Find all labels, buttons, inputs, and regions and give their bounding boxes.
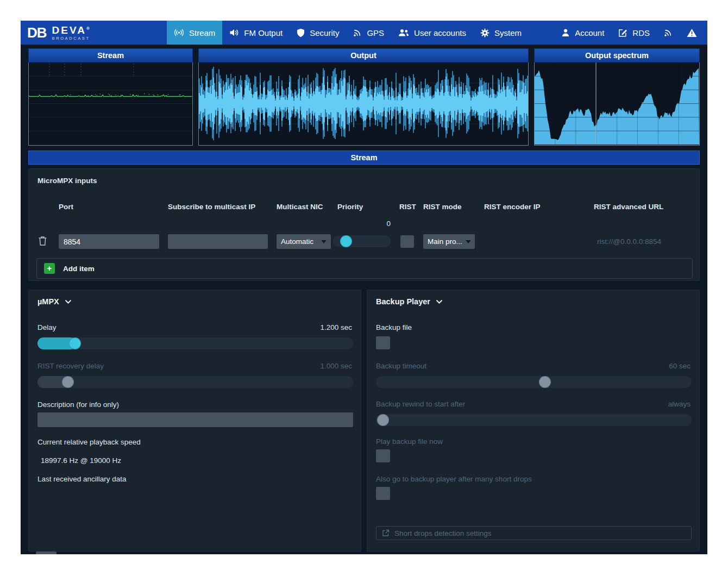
multicast-nic-selected: Automatic bbox=[281, 237, 313, 246]
multicast-nic-select[interactable]: Automatic bbox=[277, 234, 331, 249]
gear-icon bbox=[480, 28, 489, 37]
short-drops-settings-button[interactable]: Short drops detection settings bbox=[376, 526, 692, 540]
chevron-down-icon bbox=[321, 240, 327, 243]
backup-rewind-label: Backup rewind to start after bbox=[376, 400, 465, 408]
nav-account-label: Account bbox=[575, 28, 604, 37]
output-chart-title: Output bbox=[198, 48, 529, 62]
nav-rds-label: RDS bbox=[632, 28, 650, 37]
brand-logo[interactable]: DB DEVA® BROADCAST bbox=[21, 21, 167, 45]
col-header-rist-mode: RIST mode bbox=[423, 203, 462, 211]
stream-chart-title: Stream bbox=[28, 48, 193, 62]
satellite-dish-icon bbox=[353, 28, 362, 37]
backup-timeout-value: 60 sec bbox=[669, 362, 691, 370]
col-header-rist: RIST bbox=[399, 203, 416, 211]
trash-icon bbox=[38, 236, 47, 246]
rist-recovery-delay-slider[interactable] bbox=[37, 376, 353, 388]
port-input[interactable] bbox=[59, 234, 159, 249]
nav-rds-button[interactable]: RDS bbox=[611, 21, 657, 45]
col-header-rist-advanced-url: RIST advanced URL bbox=[594, 203, 663, 211]
short-drops-checkbox[interactable] bbox=[376, 487, 390, 500]
external-link-icon bbox=[382, 529, 390, 537]
delay-slider[interactable] bbox=[37, 337, 353, 349]
nav-tab-gps[interactable]: GPS bbox=[346, 21, 391, 45]
nav-tab-user-accounts[interactable]: User accounts bbox=[391, 21, 473, 45]
rist-recovery-delay-value: 1.000 sec bbox=[320, 362, 352, 370]
broadcast-icon bbox=[174, 28, 184, 37]
nav-antenna-button[interactable] bbox=[657, 21, 680, 45]
nav-tab-security[interactable]: Security bbox=[290, 21, 346, 45]
brand-text: DEVA® BROADCAST bbox=[52, 25, 90, 41]
edit-icon bbox=[618, 28, 627, 37]
playback-speed-value: 18997.6 Hz @ 19000 Hz bbox=[41, 456, 121, 465]
shield-icon bbox=[297, 28, 305, 37]
page: DB DEVA® BROADCAST Stream FM Output Secu… bbox=[0, 0, 728, 576]
play-backup-now-label: Play backup file now bbox=[376, 437, 443, 446]
stream-level-plot bbox=[29, 62, 192, 145]
chevron-down-icon bbox=[436, 299, 443, 304]
bottom-row: µMPX Delay 1.200 sec RIST recovery delay… bbox=[28, 290, 700, 552]
nav-tab-label: System bbox=[494, 28, 522, 37]
umpx-panel: µMPX Delay 1.200 sec RIST recovery delay… bbox=[28, 290, 361, 552]
priority-value: 0 bbox=[334, 220, 391, 228]
priority-slider-knob[interactable] bbox=[340, 235, 352, 247]
speaker-icon bbox=[229, 28, 239, 37]
col-header-port: Port bbox=[59, 203, 73, 211]
col-header-multicast-nic: Multicast NIC bbox=[277, 203, 323, 211]
partially-visible-element bbox=[36, 552, 57, 554]
nav-tab-system[interactable]: System bbox=[473, 21, 529, 45]
umpx-panel-header[interactable]: µMPX bbox=[37, 297, 72, 306]
nav-main-items: Stream FM Output Security GPS User accou… bbox=[167, 21, 529, 45]
delay-value: 1.200 sec bbox=[320, 323, 352, 331]
col-header-priority: Priority bbox=[337, 203, 363, 211]
app-window: DB DEVA® BROADCAST Stream FM Output Secu… bbox=[21, 21, 707, 554]
col-header-multicast-ip: Subscribe to multicast IP bbox=[168, 203, 255, 211]
add-item-label: Add item bbox=[63, 265, 95, 273]
nav-account-button[interactable]: Account bbox=[554, 21, 611, 45]
rist-mode-select[interactable]: Main pro... bbox=[423, 234, 475, 249]
backup-timeout-slider-knob[interactable] bbox=[539, 376, 551, 388]
nav-alerts-button[interactable] bbox=[680, 21, 704, 45]
chevron-down-icon bbox=[466, 240, 471, 243]
nav-tab-label: User accounts bbox=[414, 28, 466, 37]
backup-rewind-slider[interactable] bbox=[376, 414, 692, 426]
playback-speed-label: Current relative playback speed bbox=[37, 438, 141, 446]
stream-section-header: Stream bbox=[28, 151, 700, 165]
backup-timeout-slider[interactable] bbox=[376, 376, 692, 388]
priority-slider[interactable] bbox=[333, 235, 391, 247]
delete-row-button[interactable] bbox=[38, 236, 47, 246]
brand-subtitle: BROADCAST bbox=[52, 36, 90, 41]
multicast-ip-input[interactable] bbox=[168, 234, 268, 249]
output-spectrum-plot bbox=[535, 62, 699, 145]
rist-recovery-slider-knob[interactable] bbox=[62, 376, 74, 388]
backup-player-header[interactable]: Backup Player bbox=[376, 297, 443, 306]
micrompx-inputs-panel: MicroMPX inputs Port Subscribe to multic… bbox=[28, 168, 700, 281]
backup-timeout-label: Backup timeout bbox=[376, 362, 426, 370]
spectrum-chart-panel: Output spectrum bbox=[534, 48, 700, 146]
nav-tab-stream[interactable]: Stream bbox=[167, 21, 222, 45]
backup-rewind-value: always bbox=[668, 400, 691, 408]
rist-checkbox[interactable] bbox=[400, 235, 414, 248]
warning-icon bbox=[687, 28, 697, 37]
add-item-button[interactable]: + Add item bbox=[36, 258, 693, 279]
play-backup-now-checkbox[interactable] bbox=[376, 449, 390, 462]
top-navigation: DB DEVA® BROADCAST Stream FM Output Secu… bbox=[21, 21, 707, 45]
micrompx-panel-title: MicroMPX inputs bbox=[37, 177, 97, 185]
description-label: Description (for info only) bbox=[37, 400, 119, 409]
users-icon bbox=[398, 28, 409, 37]
nav-tab-label: Security bbox=[310, 28, 339, 37]
short-drops-label: Also go to backup player after many shor… bbox=[376, 475, 532, 483]
charts-row: Stream Output Output spectrum bbox=[28, 48, 700, 146]
description-input[interactable] bbox=[37, 412, 353, 427]
delay-slider-knob[interactable] bbox=[69, 337, 81, 349]
backup-file-picker[interactable] bbox=[376, 336, 390, 349]
nav-tab-fm-output[interactable]: FM Output bbox=[222, 21, 290, 45]
ancillary-data-label: Last received ancillary data bbox=[37, 475, 127, 483]
nav-tab-label: FM Output bbox=[244, 28, 283, 37]
antenna-icon bbox=[664, 28, 673, 37]
spectrum-chart-title: Output spectrum bbox=[534, 48, 700, 62]
backup-rewind-slider-knob[interactable] bbox=[377, 414, 389, 426]
delay-label: Delay bbox=[37, 323, 57, 331]
backup-player-title: Backup Player bbox=[376, 297, 430, 306]
col-header-rist-encoder-ip: RIST encoder IP bbox=[484, 203, 541, 211]
stream-chart-panel: Stream bbox=[28, 48, 193, 146]
